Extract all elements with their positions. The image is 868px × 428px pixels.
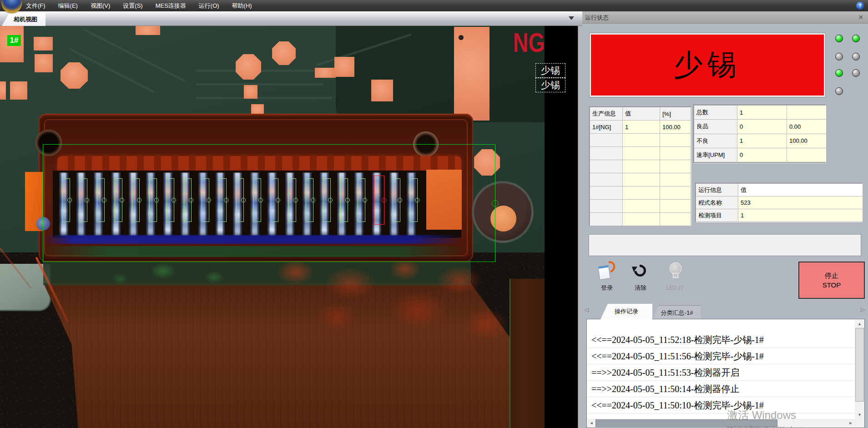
scroll-up-icon[interactable]: ▲: [855, 320, 864, 328]
log-row[interactable]: ==>>2024-05-05_11:51:53-检测器开启: [587, 364, 855, 381]
status-led-green: [835, 35, 843, 42]
log-row[interactable]: <<==2024-05-05_11:51:56-检测完毕-少锡-1#: [587, 348, 855, 364]
scroll-right-icon[interactable]: ►: [847, 419, 855, 428]
table-row: [590, 213, 691, 226]
camera-view: NG 少锡 少锡 1#: [0, 26, 578, 428]
table-row: [590, 147, 691, 160]
windows-watermark: 激活 Windows 转到“设置”以激活 Windows: [727, 408, 803, 428]
log-row[interactable]: ==>>2024-05-05_11:50:14-检测器停止: [587, 381, 855, 397]
table-row: 检测项目1: [696, 209, 863, 222]
tab-scroll-right-icon[interactable]: ▷: [861, 306, 865, 313]
table-row: [590, 160, 691, 173]
table-row: 速率[UPM]0: [694, 148, 827, 162]
clear-button[interactable]: 清除: [628, 262, 653, 292]
led-light-button[interactable]: LED 灯: [662, 262, 688, 292]
table-row: [590, 134, 691, 147]
help-icon[interactable]: ?: [856, 2, 864, 10]
scroll-down-icon[interactable]: ▼: [855, 411, 864, 419]
login-button[interactable]: 登录: [594, 262, 620, 292]
message-box: [589, 234, 861, 256]
camera-tab-bar: 相机视图: [0, 11, 582, 26]
tab-operation-log[interactable]: 操作记录: [601, 304, 652, 319]
status-led-grid: [832, 33, 868, 101]
inspection-rect-overlay: [43, 144, 495, 262]
pane-splitter[interactable]: [578, 11, 582, 428]
col-header: [%]: [660, 107, 691, 121]
defect-label: 少锡: [535, 63, 565, 78]
table-row: [590, 173, 691, 186]
operation-log: <<==2024-05-05_11:52:18-检测完毕-少锡-1#<<==20…: [586, 319, 865, 428]
menu-item[interactable]: 视图(V): [91, 2, 110, 10]
menu-item[interactable]: 文件(F): [26, 2, 45, 10]
col-header: 值: [738, 184, 863, 196]
table-row: 1#[NG]1100.00: [590, 121, 691, 134]
status-led-green: [835, 69, 843, 77]
result-banner-text: 少锡: [591, 35, 824, 96]
tab-scroll-left-icon[interactable]: ◁: [584, 306, 589, 313]
v-scroll-thumb[interactable]: [855, 328, 864, 402]
status-led-green: [852, 35, 860, 42]
menu-bar: 文件(F)编辑(E)视图(V)设置(S)MES连接器运行(O)帮助(H) ?: [0, 0, 868, 11]
result-text: NG: [513, 27, 545, 58]
table-row: 总数1: [694, 106, 827, 120]
chevron-down-icon[interactable]: [569, 16, 574, 20]
status-led-gray: [835, 87, 843, 95]
stats-table[interactable]: 总数1良品00.00不良1100.00速率[UPM]0: [693, 105, 826, 163]
status-led-gray: [852, 53, 860, 60]
menu-item[interactable]: 编辑(E): [58, 2, 78, 10]
status-led-gray: [852, 69, 860, 77]
scroll-left-icon[interactable]: ◄: [587, 419, 595, 428]
table-row: 不良1100.00: [694, 134, 827, 148]
table-row: [590, 186, 691, 200]
run-status-panel: 运行状态 ✕ 少锡 生产信息值[%]1#[NG]1100.00 总数1良品00.…: [582, 11, 868, 428]
production-table[interactable]: 生产信息值[%]1#[NG]1100.00: [589, 106, 691, 226]
log-row[interactable]: <<==2024-05-05_11:52:18-检测完毕-少锡-1#: [587, 332, 855, 348]
menu-item[interactable]: 帮助(H): [232, 2, 252, 10]
close-icon[interactable]: ✕: [857, 14, 864, 21]
v-scrollbar[interactable]: ▲ ▼: [855, 320, 864, 419]
log-row[interactable]: <<==2024-05-05_11:50:10-检测完毕-少锡-1#: [587, 397, 855, 413]
stop-button[interactable]: 停止 STOP: [798, 262, 865, 299]
table-row: 良品00.00: [694, 120, 827, 134]
camera-index-badge: 1#: [7, 35, 21, 46]
table-row: [590, 200, 691, 213]
log-list: <<==2024-05-05_11:52:18-检测完毕-少锡-1#<<==20…: [587, 320, 855, 418]
run-info-table[interactable]: 运行信息值程式名称523检测项目1: [695, 183, 862, 222]
col-header: 值: [623, 107, 660, 121]
defect-label: 少锡: [535, 78, 565, 92]
tab-class-summary[interactable]: 分类汇总-1#: [653, 305, 701, 319]
menu-item[interactable]: 运行(O): [199, 2, 219, 10]
status-led-gray: [835, 53, 843, 60]
result-banner: 少锡: [590, 33, 825, 97]
menu-items: 文件(F)编辑(E)视图(V)设置(S)MES连接器运行(O)帮助(H): [26, 0, 252, 11]
col-header: 运行信息: [696, 184, 738, 196]
bulb-icon: [670, 263, 681, 274]
h-scrollbar[interactable]: ◄ ►: [587, 419, 855, 428]
panel-title: 运行状态: [585, 14, 609, 22]
menu-item[interactable]: MES连接器: [156, 2, 186, 10]
panel-title-bar: 运行状态 ✕: [582, 11, 868, 24]
table-row: 程式名称523: [696, 196, 863, 209]
col-header: 生产信息: [590, 107, 623, 121]
tab-camera-view[interactable]: 相机视图: [2, 13, 45, 26]
menu-item[interactable]: 设置(S): [123, 2, 142, 10]
